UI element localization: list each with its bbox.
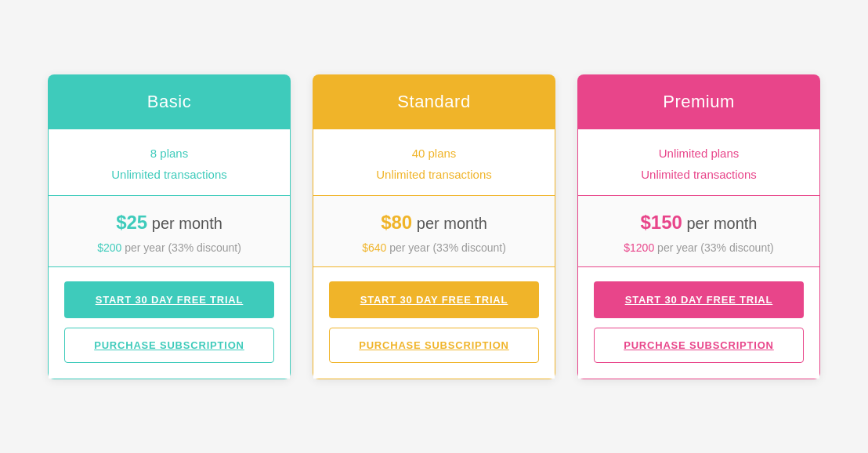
transactions-basic: Unlimited transactions [64, 168, 274, 181]
pricing-premium: $150 per month $1200 per year (33% disco… [578, 196, 819, 267]
monthly-price-premium: $150 per month [594, 212, 804, 234]
trial-button-standard[interactable]: START 30 DAY FREE TRIAL [329, 281, 539, 318]
trial-button-basic[interactable]: START 30 DAY FREE TRIAL [64, 281, 274, 318]
plan-card-basic: Basic 8 plans Unlimited transactions $25… [48, 74, 291, 379]
plans-count-basic: 8 plans [64, 147, 274, 160]
purchase-button-basic[interactable]: PURCHASE SUBSCRIPTION [64, 328, 274, 363]
purchase-button-standard[interactable]: PURCHASE SUBSCRIPTION [329, 328, 539, 363]
trial-button-premium[interactable]: START 30 DAY FREE TRIAL [594, 281, 804, 318]
plan-card-standard: Standard 40 plans Unlimited transactions… [313, 74, 555, 379]
plan-name-premium: Premium [663, 92, 735, 111]
actions-standard: START 30 DAY FREE TRIAL PURCHASE SUBSCRI… [313, 267, 555, 379]
features-basic: 8 plans Unlimited transactions [49, 129, 290, 196]
features-standard: 40 plans Unlimited transactions [313, 129, 555, 196]
plan-header-premium: Premium [577, 74, 820, 129]
monthly-price-basic: $25 per month [64, 212, 274, 234]
features-premium: Unlimited plans Unlimited transactions [578, 129, 819, 196]
yearly-price-premium: $1200 per year (33% discount) [594, 241, 804, 254]
monthly-price-standard: $80 per month [329, 212, 539, 234]
plan-name-basic: Basic [147, 92, 191, 111]
transactions-premium: Unlimited transactions [594, 168, 804, 181]
plans-count-standard: 40 plans [329, 147, 539, 160]
plan-body-premium: Unlimited plans Unlimited transactions $… [577, 129, 820, 379]
pricing-basic: $25 per month $200 per year (33% discoun… [49, 196, 290, 267]
plan-header-standard: Standard [313, 74, 555, 129]
plans-count-premium: Unlimited plans [594, 147, 804, 160]
yearly-price-basic: $200 per year (33% discount) [64, 241, 274, 254]
transactions-standard: Unlimited transactions [329, 168, 539, 181]
plan-body-basic: 8 plans Unlimited transactions $25 per m… [48, 129, 291, 379]
plan-name-standard: Standard [397, 92, 470, 111]
plan-card-premium: Premium Unlimited plans Unlimited transa… [577, 74, 820, 379]
actions-basic: START 30 DAY FREE TRIAL PURCHASE SUBSCRI… [49, 267, 290, 379]
plan-body-standard: 40 plans Unlimited transactions $80 per … [313, 129, 555, 379]
pricing-container: Basic 8 plans Unlimited transactions $25… [16, 51, 852, 403]
pricing-standard: $80 per month $640 per year (33% discoun… [313, 196, 555, 267]
purchase-button-premium[interactable]: PURCHASE SUBSCRIPTION [594, 328, 804, 363]
yearly-price-standard: $640 per year (33% discount) [329, 241, 539, 254]
actions-premium: START 30 DAY FREE TRIAL PURCHASE SUBSCRI… [578, 267, 819, 379]
plan-header-basic: Basic [48, 74, 291, 129]
